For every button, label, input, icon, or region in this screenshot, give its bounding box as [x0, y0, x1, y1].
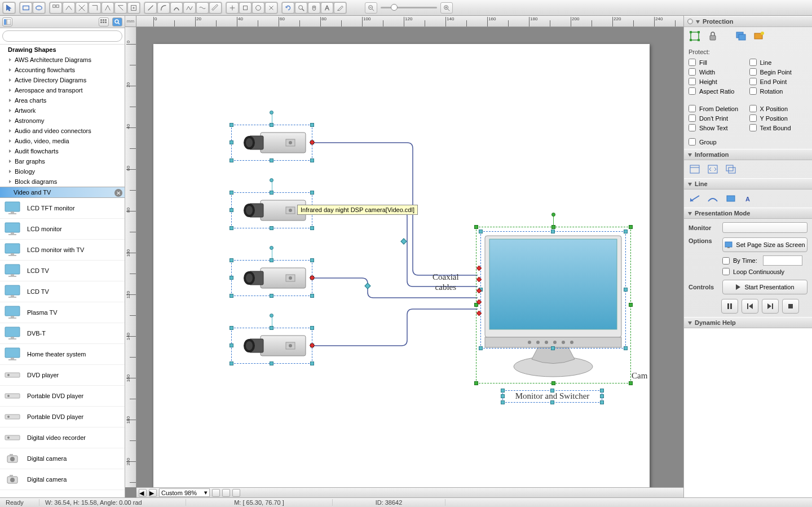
- zoom-in-button[interactable]: [440, 2, 453, 14]
- tree-item[interactable]: Biology: [0, 166, 125, 177]
- pan-tool-button[interactable]: [308, 2, 320, 14]
- dynamic-help-header[interactable]: Dynamic Help: [684, 317, 812, 328]
- by-time-checkbox[interactable]: [722, 257, 730, 264]
- library-item[interactable]: LCD monitor with TV: [0, 240, 125, 261]
- connector4-button[interactable]: [102, 2, 114, 14]
- snap4-button[interactable]: [265, 2, 277, 14]
- protect-bounds-icon[interactable]: [687, 29, 702, 43]
- pencil-tool-button[interactable]: [334, 2, 346, 14]
- library-title-bar[interactable]: Video and TV ✕: [0, 187, 125, 198]
- snap1-button[interactable]: [226, 2, 239, 14]
- protect-checkbox[interactable]: [749, 105, 757, 112]
- tree-item[interactable]: Aerospace and transport: [0, 85, 125, 95]
- zoom-out-button[interactable]: [365, 2, 377, 14]
- zoom-slider[interactable]: [381, 3, 437, 12]
- pen-tool-button[interactable]: [209, 2, 222, 14]
- information-header[interactable]: Information: [684, 149, 812, 160]
- protect-checkbox[interactable]: [749, 68, 757, 76]
- zoom-tool-button[interactable]: [295, 2, 307, 14]
- search-view-icon[interactable]: [112, 17, 122, 27]
- line-fill-icon[interactable]: [723, 192, 738, 205]
- page[interactable]: Infrared day night DSP camera[Video.cdl]…: [153, 44, 650, 487]
- library-search-input[interactable]: [2, 30, 122, 42]
- protect-checkbox[interactable]: [689, 87, 696, 95]
- tree-item[interactable]: Accounting flowcharts: [0, 65, 125, 75]
- close-icon[interactable]: ✕: [114, 189, 122, 197]
- text-tool-button[interactable]: [321, 2, 333, 14]
- tree-item[interactable]: Active Directory Diagrams: [0, 75, 125, 85]
- library-item[interactable]: Digital video recorder: [0, 427, 125, 448]
- tree-item[interactable]: Block diagrams: [0, 177, 125, 187]
- line-tool-button[interactable]: [144, 2, 157, 14]
- library-item[interactable]: DVD player: [0, 365, 125, 386]
- info-mode1-icon[interactable]: [687, 162, 702, 176]
- by-time-input[interactable]: [763, 255, 802, 266]
- info-mode3-icon[interactable]: [723, 162, 738, 176]
- line-arrow-icon[interactable]: [705, 192, 720, 205]
- set-page-size-button[interactable]: Set Page Size as Screen: [722, 237, 807, 252]
- tree-item[interactable]: Area charts: [0, 95, 125, 105]
- connector5-button[interactable]: [114, 2, 127, 14]
- protect-checkbox[interactable]: [749, 78, 757, 85]
- tree-item[interactable]: Audio, video, media: [0, 136, 125, 146]
- library-item[interactable]: LCD monitor: [0, 219, 125, 240]
- next-button[interactable]: [762, 299, 779, 314]
- protect-scheme2-icon[interactable]: [752, 29, 766, 43]
- protect-checkbox[interactable]: [689, 114, 696, 122]
- protect-checkbox[interactable]: [749, 124, 757, 131]
- connector2-button[interactable]: [76, 2, 88, 14]
- library-item[interactable]: Portable DVD player: [0, 407, 125, 427]
- pause-button[interactable]: [721, 299, 738, 314]
- tree-item[interactable]: Artwork: [0, 105, 125, 116]
- curve-tool-button[interactable]: [170, 2, 183, 14]
- arc-tool-button[interactable]: [157, 2, 170, 14]
- scroll-left-button[interactable]: ◀: [139, 489, 147, 497]
- monitor-shape[interactable]: [482, 232, 625, 378]
- camera-shape[interactable]: [232, 261, 311, 295]
- prev-button[interactable]: [742, 299, 758, 314]
- protect-checkbox[interactable]: [689, 105, 696, 112]
- rect-tool-button[interactable]: [20, 2, 32, 14]
- protect-checkbox[interactable]: [689, 124, 696, 131]
- library-item[interactable]: Home theater system: [0, 344, 125, 365]
- library-item[interactable]: DVB-T: [0, 323, 125, 344]
- stop-button[interactable]: [782, 299, 799, 314]
- library-item[interactable]: Digital camera: [0, 469, 125, 490]
- line-header[interactable]: Line: [684, 178, 812, 189]
- monitor-select[interactable]: [722, 222, 807, 233]
- protect-group-checkbox[interactable]: [689, 138, 696, 146]
- protect-checkbox[interactable]: [689, 78, 696, 85]
- presentation-header[interactable]: Presentation Mode: [684, 208, 812, 219]
- library-item[interactable]: LCD TFT monitor: [0, 198, 125, 219]
- scroll-right-button[interactable]: ▶: [149, 489, 157, 497]
- snap2-button[interactable]: [239, 2, 251, 14]
- line-style-icon[interactable]: [687, 192, 702, 205]
- polyline-tool-button[interactable]: [183, 2, 196, 14]
- protect-checkbox[interactable]: [749, 59, 757, 66]
- tree-header[interactable]: Drawing Shapes: [0, 45, 125, 55]
- protect-checkbox[interactable]: [689, 68, 696, 76]
- protect-scheme1-icon[interactable]: [734, 29, 748, 43]
- library-item[interactable]: Digital camera: [0, 448, 125, 469]
- tree-item[interactable]: Astronomy: [0, 116, 125, 126]
- zoom-combo[interactable]: Custom 98%▾: [159, 488, 210, 497]
- spline-tool-button[interactable]: [196, 2, 209, 14]
- protection-header[interactable]: Protection: [684, 16, 812, 27]
- protect-checkbox[interactable]: [689, 59, 696, 66]
- align-tool-button[interactable]: [50, 2, 62, 14]
- library-item[interactable]: Portable DVD player: [0, 386, 125, 407]
- line-text-icon[interactable]: A: [742, 192, 756, 205]
- library-item[interactable]: LCD TV: [0, 281, 125, 302]
- camera-shape[interactable]: [232, 126, 311, 160]
- tree-item[interactable]: Audio and video connectors: [0, 126, 125, 136]
- start-presentation-button[interactable]: Start Presentation: [722, 280, 807, 294]
- select-tool-button[interactable]: [3, 2, 15, 14]
- info-mode2-icon[interactable]: [705, 162, 720, 176]
- page-next-button[interactable]: [222, 489, 230, 497]
- grid-view-icon[interactable]: [99, 17, 109, 27]
- lock-icon[interactable]: [705, 29, 720, 43]
- refresh-button[interactable]: [282, 2, 294, 14]
- connector1-button[interactable]: [63, 2, 75, 14]
- tree-item[interactable]: Audit flowcharts: [0, 146, 125, 156]
- page-add-button[interactable]: [232, 489, 240, 497]
